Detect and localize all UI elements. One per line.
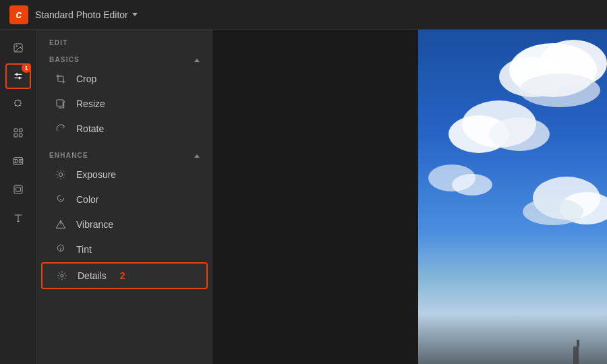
menu-item-tint[interactable]: Tint — [41, 237, 208, 262]
svg-rect-9 — [19, 133, 22, 137]
svg-rect-7 — [19, 129, 22, 132]
exposure-icon — [55, 169, 67, 181]
tint-icon — [55, 243, 67, 255]
sidebar-item-film[interactable] — [5, 148, 31, 174]
grid-icon — [13, 127, 24, 138]
basics-label: BASICS — [49, 56, 80, 63]
sidebar-item-image[interactable] — [5, 35, 31, 61]
svg-point-46 — [452, 174, 492, 195]
enhance-chevron-up-icon — [194, 154, 200, 158]
svg-point-44 — [523, 198, 583, 225]
menu-item-vibrance[interactable]: Vibrance — [41, 212, 208, 237]
details-annotation: 2 — [120, 270, 125, 281]
svg-rect-10 — [13, 158, 22, 165]
svg-point-5 — [19, 77, 21, 79]
title-chevron-down-icon — [132, 13, 138, 16]
icon-sidebar: 1 — [0, 30, 37, 364]
panel-sidebar: EDIT BASICS Crop — [37, 30, 212, 364]
adjust-icon — [13, 71, 24, 82]
svg-point-41 — [489, 117, 550, 151]
photo-preview — [418, 30, 607, 364]
editor-title-button[interactable]: Standard Photo Editor — [35, 9, 138, 20]
menu-item-exposure[interactable]: Exposure — [41, 162, 208, 187]
canvas-area — [212, 30, 607, 364]
vibrance-label: Vibrance — [76, 219, 113, 230]
svg-rect-19 — [57, 100, 63, 106]
sidebar-item-grid[interactable] — [5, 120, 31, 146]
edit-section-title: EDIT — [37, 30, 212, 52]
svg-rect-6 — [14, 129, 18, 132]
color-icon — [55, 193, 67, 206]
menu-item-color[interactable]: Color — [41, 187, 208, 212]
enhance-collapse-button[interactable] — [194, 152, 200, 159]
details-label: Details — [78, 270, 107, 281]
svg-rect-47 — [573, 346, 579, 364]
svg-line-28 — [57, 177, 58, 178]
svg-point-4 — [16, 73, 18, 75]
svg-point-33 — [61, 274, 63, 277]
adjust-badge: 1 — [22, 63, 31, 73]
basics-collapse-button[interactable] — [194, 56, 200, 63]
vibrance-icon — [55, 218, 67, 231]
svg-point-38 — [519, 73, 600, 107]
enhance-label: ENHANCE — [49, 152, 88, 159]
menu-item-rotate[interactable]: Rotate — [41, 117, 208, 141]
svg-rect-48 — [577, 340, 579, 346]
resize-label: Resize — [76, 98, 105, 109]
sidebar-item-text[interactable] — [5, 205, 31, 231]
color-label: Color — [76, 194, 98, 205]
svg-rect-18 — [16, 187, 21, 192]
svg-point-29 — [60, 199, 61, 200]
resize-icon — [55, 98, 67, 110]
svg-point-20 — [59, 173, 62, 176]
svg-rect-8 — [14, 133, 18, 137]
sidebar-item-magic[interactable] — [5, 92, 31, 117]
basics-section-header: BASICS — [37, 52, 212, 66]
svg-rect-17 — [14, 185, 22, 193]
svg-line-25 — [57, 171, 58, 172]
crop-icon — [55, 73, 67, 85]
menu-item-details[interactable]: Details 2 — [41, 262, 208, 289]
exposure-label: Exposure — [76, 169, 116, 180]
svg-rect-11 — [16, 159, 18, 162]
topbar: c Standard Photo Editor — [0, 0, 607, 30]
magic-icon — [13, 99, 24, 110]
app-logo: c — [9, 5, 28, 24]
svg-rect-12 — [19, 159, 21, 162]
basics-chevron-up-icon — [194, 59, 200, 62]
sidebar-item-frame[interactable] — [5, 177, 31, 202]
frame-icon — [13, 184, 24, 195]
image-icon — [13, 42, 24, 53]
tint-label: Tint — [76, 244, 92, 255]
svg-line-27 — [63, 171, 64, 172]
text-icon — [13, 212, 24, 223]
menu-item-resize[interactable]: Resize — [41, 92, 208, 116]
rotate-label: Rotate — [76, 123, 104, 134]
menu-item-crop[interactable]: Crop — [41, 67, 208, 91]
svg-point-1 — [16, 46, 18, 47]
rotate-icon — [55, 123, 67, 135]
details-icon — [56, 270, 68, 282]
clouds-svg — [418, 30, 607, 364]
crop-label: Crop — [76, 73, 96, 84]
editor-title-text: Standard Photo Editor — [35, 9, 128, 20]
sidebar-item-adjust[interactable]: 1 — [5, 63, 31, 89]
film-icon — [13, 156, 24, 166]
main-content: 1 — [0, 30, 607, 364]
photo-sky-background — [418, 30, 607, 364]
svg-line-26 — [63, 177, 64, 178]
enhance-section-header: ENHANCE — [37, 148, 212, 162]
